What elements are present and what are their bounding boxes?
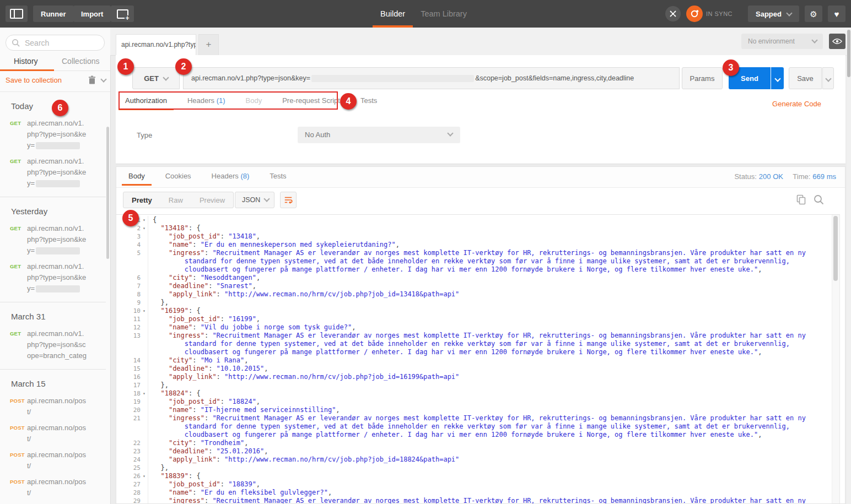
view-preview[interactable]: Preview — [191, 196, 233, 204]
tab-collections[interactable]: Collections — [62, 54, 99, 68]
fold-toggle-icon[interactable]: ▾ — [141, 216, 148, 224]
tab-response-headers[interactable]: Headers (8) — [209, 167, 252, 186]
code-text: "city": "Mo i Rana", — [148, 356, 248, 365]
history-item[interactable]: GETapi.recman.no/v1.php?type=json&key= — [10, 261, 106, 294]
window-scrollbar-thumb[interactable] — [847, 30, 850, 77]
view-raw[interactable]: Raw — [160, 196, 191, 204]
sync-icon[interactable] — [686, 6, 703, 22]
new-window-button[interactable]: + — [111, 6, 134, 22]
line-number: 3 — [116, 232, 141, 241]
json-punct: : — [220, 398, 228, 405]
search-input[interactable] — [24, 36, 102, 50]
settings-button[interactable]: ⚙ — [805, 6, 822, 22]
auth-type-selector[interactable]: No Auth — [298, 127, 460, 143]
import-button[interactable]: Import — [73, 6, 111, 22]
history-item[interactable]: GETapi.recman.no/v1.php?type=json&key= — [10, 223, 106, 256]
json-key: "name" — [169, 406, 192, 414]
history-item[interactable]: GETapi.recman.no/v1.php?type=json&key= — [10, 118, 106, 151]
fold-toggle-icon[interactable]: ▾ — [141, 224, 148, 232]
save-to-collection-link[interactable]: Save to collection — [6, 76, 62, 84]
json-punct: , — [758, 431, 762, 438]
environment-selector[interactable]: No environment — [741, 34, 823, 49]
code-text: }, — [148, 464, 169, 472]
history-url-line: y= — [27, 140, 94, 151]
tab-body[interactable]: Body — [244, 93, 265, 110]
fold-toggle-icon[interactable]: ▾ — [141, 389, 148, 398]
wrap-lines-button[interactable] — [280, 192, 297, 208]
tab-pre-request-script[interactable]: Pre-request Script — [280, 93, 342, 110]
code-line: 4▾ "name": "Er du en menneskeperson med … — [116, 241, 832, 249]
json-punct: }, — [160, 464, 168, 472]
method-selector[interactable]: GET — [132, 67, 180, 89]
history-item[interactable]: POSTapi.recman.no/post/ — [10, 395, 106, 418]
line-number: 26 — [116, 472, 141, 480]
topbar-right: IN SYNC Sapped ⚙ ♥ — [665, 0, 845, 28]
line-number-gutter: 23▾ — [116, 447, 148, 456]
request-tab[interactable]: api.recman.no/v1.php?typ — [116, 34, 196, 55]
tab-authorization[interactable]: Authorization — [123, 93, 169, 110]
tab-response-tests[interactable]: Tests — [267, 167, 288, 186]
trash-icon[interactable] — [88, 75, 96, 86]
tab-team-library[interactable]: Team Library — [413, 0, 475, 28]
tab-tests[interactable]: Tests — [358, 93, 379, 110]
json-value: standard for denne typen systemer, ved a… — [185, 340, 790, 348]
history-item[interactable]: GETapi.recman.no/v1.php?type=json&scope=… — [10, 328, 106, 361]
runner-button[interactable]: Runner — [33, 6, 74, 22]
fold-toggle-icon[interactable]: ▾ — [141, 307, 148, 315]
view-pretty[interactable]: Pretty — [123, 196, 160, 204]
save-button[interactable]: Save — [789, 67, 822, 89]
tab-headers[interactable]: Headers (1) — [185, 93, 228, 110]
editor-scrollbar[interactable] — [832, 215, 839, 503]
window-scrollbar[interactable] — [847, 28, 851, 504]
code-line: 6▾ "city": "Nesoddtangen", — [116, 274, 832, 282]
line-number-gutter: 29▾ — [116, 497, 148, 503]
account-menu-button[interactable]: Sapped — [748, 6, 799, 22]
send-options-button[interactable] — [771, 67, 784, 89]
favorites-button[interactable]: ♥ — [828, 6, 845, 22]
tab-builder[interactable]: Builder — [373, 0, 413, 28]
line-number-gutter: 21▾ — [116, 414, 148, 422]
line-number-gutter: 3▾ — [116, 232, 148, 241]
json-punct: { — [153, 216, 157, 224]
history-item[interactable]: POSTapi.recman.no/post/ — [10, 422, 106, 445]
line-number-gutter: 4▾ — [116, 241, 148, 249]
sidebar-scrollbar-thumb[interactable] — [106, 127, 109, 259]
history-item[interactable]: POSTapi.recman.no/post/ — [10, 476, 106, 498]
code-line: 10▾ "16199": { — [116, 307, 832, 315]
fold-toggle-icon[interactable]: ▾ — [141, 472, 148, 480]
tab-response-cookies[interactable]: Cookies — [163, 167, 193, 186]
url-input[interactable]: api.recman.no/v1.php?type=json&key=&scop… — [183, 67, 680, 89]
params-button[interactable]: Params — [682, 67, 723, 89]
copy-response-button[interactable] — [796, 194, 806, 207]
json-punct: , — [256, 398, 260, 405]
generate-code-link[interactable]: Generate Code — [772, 100, 821, 108]
send-button[interactable]: Send — [729, 67, 771, 89]
sidebar-toggle-button[interactable] — [6, 6, 28, 22]
history-item-url: api.recman.no/post/ — [27, 476, 94, 498]
new-request-tab-button[interactable]: + — [198, 34, 219, 55]
history-url-line: api.recman.no/v1. — [27, 328, 94, 339]
code-text: "deadline": "25.01.2016", — [148, 447, 268, 456]
line-number-gutter: ▾ — [116, 340, 148, 348]
tab-response-body[interactable]: Body — [126, 167, 147, 186]
sidebar-tabs: History Collections — [0, 54, 110, 71]
history-group-title: Yesterday — [11, 207, 106, 216]
history-item[interactable]: GETapi.recman.no/v1.php?type=json&key= — [10, 156, 106, 189]
line-number: 14 — [116, 356, 141, 365]
code-text: standard for denne typen systemer, ved a… — [148, 340, 790, 348]
json-punct: : — [208, 365, 216, 372]
interceptor-icon[interactable] — [665, 6, 681, 21]
language-selector[interactable]: JSON — [235, 192, 274, 208]
json-value: "Snarest" — [217, 282, 252, 290]
json-punct — [153, 299, 160, 306]
line-number: 13 — [116, 332, 141, 340]
tab-history[interactable]: History — [14, 54, 38, 68]
save-options-button[interactable] — [822, 67, 834, 89]
history-item[interactable]: POSTapi.recman.no/post/ — [10, 449, 106, 472]
editor-scrollbar-thumb[interactable] — [833, 216, 838, 281]
chevron-down-icon[interactable] — [100, 76, 106, 82]
search-response-button[interactable] — [814, 194, 824, 207]
environment-quicklook-button[interactable] — [829, 34, 845, 49]
response-body-editor[interactable]: 1▾{2▾ "13418": {3▾ "job_post_id": "13418… — [116, 214, 840, 503]
chevron-down-icon — [163, 74, 169, 80]
